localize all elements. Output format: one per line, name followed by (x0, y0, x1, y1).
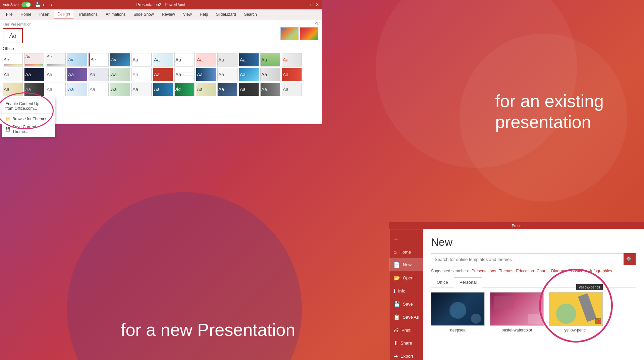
backstage-save-item[interactable]: 💾 Save (389, 298, 423, 311)
redo-icon[interactable]: ↪ (49, 2, 53, 7)
template-search-button[interactable]: 🔍 (624, 253, 636, 265)
theme-6[interactable]: Aa (110, 53, 130, 66)
backstage-new-item[interactable]: 📄 New (389, 258, 423, 271)
theme-21[interactable]: Aa (131, 68, 152, 81)
save-current-theme-item[interactable]: 💾 Save Current Theme... (2, 123, 55, 136)
tab-design[interactable]: Design (54, 10, 73, 18)
theme-26[interactable]: Aa (239, 68, 259, 81)
quick-access-toolbar: AutoSave 💾 ↩ ↪ (0, 0, 55, 9)
theme-34[interactable]: Aa (110, 83, 130, 96)
theme-13[interactable]: Aa (260, 53, 280, 66)
template-search-box[interactable]: 🔍 (431, 253, 636, 265)
tab-office[interactable]: Office (431, 277, 454, 287)
theme-8[interactable]: Aa (153, 53, 173, 66)
theme-35[interactable]: Aa (131, 83, 152, 96)
tab-view[interactable]: View (180, 11, 195, 18)
theme-24[interactable]: Aa (196, 68, 216, 81)
theme-22[interactable]: Aa (153, 68, 173, 81)
theme-29[interactable]: Aa (3, 83, 23, 96)
suggested-business[interactable]: Business (571, 269, 588, 273)
tab-file[interactable]: File (3, 11, 16, 18)
theme-20[interactable]: Aa (110, 68, 130, 81)
theme-12[interactable]: Aa (239, 53, 259, 66)
backstage-open-item[interactable]: 📂 Open (389, 271, 423, 284)
tab-insert[interactable]: Insert (36, 11, 53, 18)
theme-40[interactable]: Aa (239, 83, 259, 96)
theme-37[interactable]: Aa (174, 83, 195, 96)
theme-28[interactable]: Aa (282, 68, 302, 81)
theme-23[interactable]: Aa (174, 68, 195, 81)
theme-14[interactable]: Aa (282, 53, 302, 66)
backstage-back-button[interactable]: ← (389, 233, 423, 245)
browse-themes-item[interactable]: 📁 Browse for Themes... (2, 115, 55, 123)
theme-39[interactable]: Aa (217, 83, 237, 96)
backstage-share-item[interactable]: ⬆ Share (389, 336, 423, 350)
backstage-saveas-item[interactable]: 📋 Save As (389, 311, 423, 324)
theme-17[interactable]: Aa (46, 68, 66, 81)
enable-content-update[interactable]: Enable Content Up... from Office.com... (2, 100, 55, 113)
tab-slidelizard[interactable]: SlideLizard (213, 11, 239, 18)
yellow-pencil-thumb[interactable]: 📌 (549, 292, 603, 326)
tab-slideshow[interactable]: Slide Show (130, 11, 157, 18)
variant-1[interactable] (280, 27, 299, 40)
theme-5[interactable]: Aa (89, 53, 109, 66)
tab-home[interactable]: Home (17, 11, 35, 18)
close-icon[interactable]: ✕ (316, 2, 319, 7)
theme-25[interactable]: Aa (217, 68, 237, 81)
theme-19[interactable]: Aa (89, 68, 109, 81)
tab-search[interactable]: Search (241, 11, 260, 18)
variant-2[interactable] (300, 27, 318, 40)
autosave-toggle[interactable] (21, 2, 31, 7)
theme-18[interactable]: Aa (67, 68, 87, 81)
tab-review[interactable]: Review (158, 11, 178, 18)
tab-personal[interactable]: Personal (454, 277, 482, 287)
theme-10[interactable]: Aa (196, 53, 216, 66)
yellow-pencil-preview (549, 292, 602, 325)
backstage-home-item[interactable]: ⌂ Home (389, 245, 423, 258)
template-deepsea[interactable]: deepsea (431, 292, 485, 332)
minimize-icon[interactable]: ─ (305, 2, 308, 7)
theme-3[interactable]: Aa (46, 53, 66, 66)
backstage-export-item[interactable]: ➡ Export (389, 350, 423, 360)
suggested-education[interactable]: Education (516, 269, 534, 273)
template-pastel[interactable]: pastel-watercolor (490, 292, 544, 332)
office-section-label: Office (3, 45, 319, 52)
tab-help[interactable]: Help (197, 11, 212, 18)
theme-38[interactable]: Aa (196, 83, 216, 96)
theme-42[interactable]: Aa (282, 83, 302, 96)
theme-36[interactable]: Aa (153, 83, 173, 96)
template-yellow-pencil[interactable]: yellow-pencil 📌 yellow-pencil (549, 292, 603, 332)
theme-16[interactable]: Aa (24, 68, 44, 81)
pastel-thumb[interactable] (490, 292, 544, 326)
theme-7[interactable]: Aa (131, 53, 152, 66)
theme-32[interactable]: Aa (67, 83, 87, 96)
tab-transitions[interactable]: Transitions (75, 11, 101, 18)
maximize-icon[interactable]: □ (311, 2, 313, 7)
theme-27[interactable]: Aa (260, 68, 280, 81)
deepsea-thumb[interactable] (431, 292, 485, 326)
tab-animations[interactable]: Animations (102, 11, 129, 18)
suggested-themes[interactable]: Themes (499, 269, 513, 273)
pin-icon[interactable]: 📌 (595, 318, 601, 324)
suggested-infographics[interactable]: Infographics (590, 269, 612, 273)
save-icon[interactable]: 💾 (35, 2, 41, 7)
theme-9[interactable]: Aa (174, 53, 195, 66)
suggested-charts[interactable]: Charts (537, 269, 548, 273)
undo-icon[interactable]: ↩ (43, 2, 47, 7)
theme-41[interactable]: Aa (260, 83, 280, 96)
theme-1[interactable]: Aa (3, 53, 23, 66)
theme-33[interactable]: Aa (89, 83, 109, 96)
theme-2[interactable]: Aa (24, 53, 44, 66)
theme-11[interactable]: Aa (217, 53, 237, 66)
theme-4[interactable]: Aa (67, 53, 87, 66)
theme-31[interactable]: Aa (46, 83, 66, 96)
backstage-print-item[interactable]: 🖨 Print (389, 324, 423, 336)
backstage-info-item[interactable]: ℹ Info (389, 284, 423, 298)
theme-15[interactable]: Aa (3, 68, 23, 81)
template-search-input[interactable] (431, 257, 624, 262)
suggested-diagrams[interactable]: Diagrams (551, 269, 568, 273)
theme-current[interactable]: Aa (3, 28, 23, 43)
backstage-window: ← ⌂ Home 📄 New 📂 Open ℹ Info 💾 Save 📋 Sa… (389, 229, 644, 360)
suggested-presentations[interactable]: Presentations (472, 269, 496, 273)
theme-30[interactable]: Aa (24, 83, 44, 96)
